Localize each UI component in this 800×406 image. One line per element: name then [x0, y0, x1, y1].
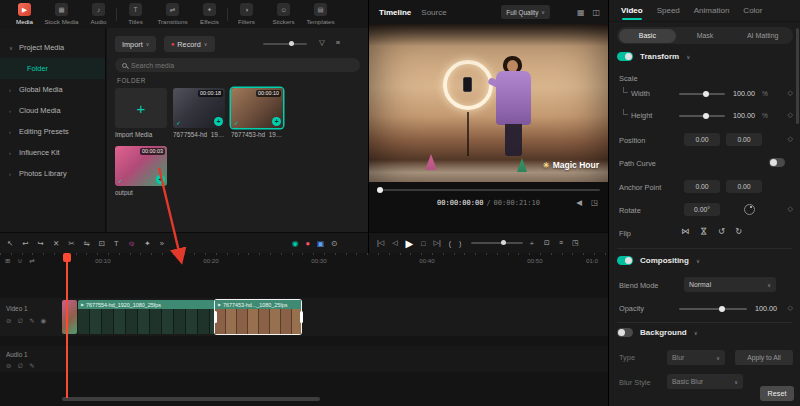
seek-handle[interactable]: [377, 187, 383, 193]
background-toggle[interactable]: [617, 328, 633, 337]
rotate-field[interactable]: 0.00°: [684, 203, 720, 216]
flip-horizontal-button[interactable]: ⋈: [681, 226, 690, 236]
tab-color[interactable]: Color: [743, 0, 762, 21]
height-value[interactable]: 100.00: [733, 111, 755, 120]
add-to-timeline-button[interactable]: +: [156, 175, 165, 184]
position-y-field[interactable]: 0.00: [726, 133, 762, 146]
anchor-x-field[interactable]: 0.00: [684, 180, 720, 193]
smart-tools-button[interactable]: ◉: [292, 239, 299, 248]
mark-out-button[interactable]: ): [459, 240, 461, 247]
more-tools[interactable]: »: [160, 239, 164, 248]
sidebar-item-editing-presets[interactable]: › Editing Presets: [0, 121, 105, 142]
sidebar-item-photos-library[interactable]: › Photos Library: [0, 163, 105, 184]
fit-button[interactable]: ⊡: [544, 239, 550, 247]
slider-handle[interactable]: [289, 41, 294, 46]
flip-vertical-button[interactable]: ⋈: [699, 227, 709, 236]
zoom-in-icon[interactable]: +: [529, 239, 534, 248]
video-preview[interactable]: ☀ Magic Hour: [369, 24, 609, 182]
sidebar-item-folder[interactable]: Folder: [0, 58, 105, 79]
width-slider[interactable]: [679, 93, 725, 95]
keyframe-icon[interactable]: ◇: [788, 111, 793, 119]
slider-handle[interactable]: [719, 306, 725, 312]
rotate-ccw-button[interactable]: ↺: [718, 226, 725, 236]
stop-button[interactable]: □: [421, 240, 425, 247]
slider-handle[interactable]: [703, 113, 709, 119]
mute-icon[interactable]: ∅: [17, 362, 23, 370]
opacity-slider[interactable]: [679, 308, 747, 310]
keyframe-icon[interactable]: ◇: [788, 304, 793, 312]
tab-transitions[interactable]: ⇄ Transitions: [154, 0, 191, 28]
blend-mode-dropdown[interactable]: Normal ∨: [684, 277, 776, 292]
horizontal-scrollbar[interactable]: [0, 397, 608, 402]
search-bar[interactable]: [115, 58, 360, 72]
chevron-down-icon[interactable]: ∨: [686, 54, 690, 60]
tab-templates[interactable]: ▤ Templates: [302, 0, 339, 28]
quality-selector[interactable]: Full Quality ∨: [501, 5, 550, 19]
redo-button[interactable]: ↪: [38, 239, 44, 248]
add-to-timeline-button[interactable]: +: [272, 117, 281, 126]
select-tool[interactable]: ↖: [7, 239, 13, 248]
visibility-icon[interactable]: ◉: [41, 317, 47, 325]
sidebar-item-global-media[interactable]: › Global Media: [0, 79, 105, 100]
audio-track[interactable]: [0, 346, 608, 372]
tab-speed[interactable]: Speed: [657, 0, 680, 21]
clip-trim-handle-right[interactable]: [300, 311, 303, 323]
lock-icon[interactable]: ⊘: [6, 317, 11, 325]
rotate-dial[interactable]: [744, 204, 755, 215]
prev-frame-button[interactable]: ◁: [392, 239, 397, 247]
playhead-handle[interactable]: [63, 253, 71, 262]
delete-button[interactable]: ✕: [53, 239, 59, 248]
timeline-ruler[interactable]: 00:1000:2000:3000:4000:5001:0: [0, 253, 608, 269]
play-button[interactable]: ▶: [406, 238, 414, 249]
sort-icon[interactable]: ≡: [336, 38, 340, 47]
subtab-ai-matting[interactable]: AI Matting: [734, 29, 792, 43]
tab-stock-media[interactable]: ▦ Stock Media: [43, 0, 80, 28]
subtab-mask[interactable]: Mask: [676, 29, 734, 43]
sticker-tool[interactable]: ☺: [128, 239, 136, 248]
scrollbar-thumb[interactable]: [62, 397, 320, 401]
layout-button[interactable]: ≡: [559, 239, 563, 247]
panel-expand-icon[interactable]: ◫: [592, 8, 600, 17]
filter-icon[interactable]: ▽: [319, 38, 325, 47]
mic-button[interactable]: ⊙: [331, 239, 337, 248]
crop-button[interactable]: ⊡: [99, 239, 105, 248]
search-input[interactable]: [131, 62, 353, 69]
keyframe-icon[interactable]: ◇: [788, 89, 793, 97]
sidebar-item-project-media[interactable]: ∨ Project Media: [0, 37, 105, 58]
slider-handle[interactable]: [501, 240, 506, 245]
opacity-value[interactable]: 100.00: [755, 304, 777, 313]
fullscreen-icon[interactable]: ◳: [591, 198, 598, 207]
tab-audio[interactable]: ♪ Audio: [80, 0, 117, 28]
skip-start-button[interactable]: |◁: [377, 239, 384, 247]
keyframe-icon[interactable]: ◇: [788, 135, 793, 143]
mirror-button[interactable]: ⇋: [83, 239, 89, 248]
add-to-timeline-button[interactable]: +: [214, 117, 223, 126]
media-clip-tile-selected[interactable]: 00:00:10 ✓ +: [231, 88, 283, 128]
draw-icon[interactable]: ✎: [29, 362, 34, 370]
tab-stickers[interactable]: ☺ Stickers: [265, 0, 302, 28]
import-media-tile[interactable]: +: [115, 88, 167, 128]
playhead[interactable]: [66, 253, 68, 398]
subtab-basic[interactable]: Basic: [619, 29, 677, 43]
text-tool[interactable]: T: [114, 239, 119, 248]
preview-zoom-slider[interactable]: [471, 242, 523, 244]
keyframe-icon[interactable]: ◇: [788, 205, 793, 213]
tab-media[interactable]: ▶ Media: [6, 0, 43, 28]
skip-end-button[interactable]: ▷|: [434, 239, 441, 247]
transform-toggle[interactable]: [617, 52, 633, 61]
width-value[interactable]: 100.00: [733, 89, 755, 98]
media-clip-tile[interactable]: 00:00:18 ✓ +: [173, 88, 225, 128]
import-button[interactable]: Import ∨: [115, 36, 156, 52]
thumbnail-size-slider[interactable]: [263, 43, 307, 45]
seek-bar[interactable]: [377, 189, 600, 191]
split-button[interactable]: ✂: [68, 239, 74, 248]
tab-titles[interactable]: T Titles: [117, 0, 154, 28]
mute-icon[interactable]: ∅: [17, 317, 23, 325]
volume-icon[interactable]: ◀: [576, 198, 582, 207]
record-button[interactable]: ● Record ∨: [164, 36, 215, 52]
record-voice-button[interactable]: ●: [306, 239, 311, 248]
timeline-clip-1[interactable]: ▶ 7677554-hd_1920_1080_25fps: [78, 300, 215, 334]
inspector-scrollbar[interactable]: [796, 28, 799, 124]
anchor-y-field[interactable]: 0.00: [726, 180, 762, 193]
slider-handle[interactable]: [703, 91, 709, 97]
